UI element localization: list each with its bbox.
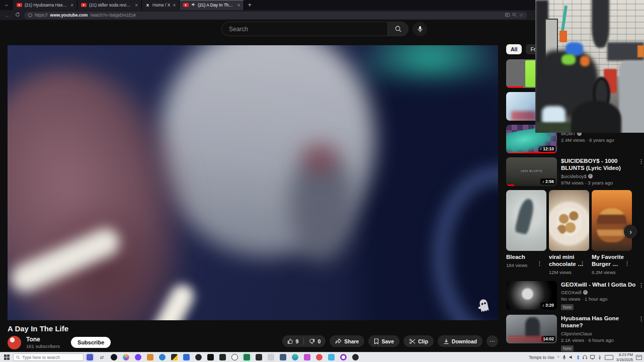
- clapperboard-icon[interactable]: [87, 354, 93, 360]
- clip-button[interactable]: Clip: [404, 335, 434, 347]
- dark-sphere-app-icon[interactable]: [352, 354, 359, 360]
- short-menu-icon[interactable]: ⋮: [580, 260, 585, 267]
- back-icon[interactable]: ←: [4, 13, 11, 18]
- tab-stiller-soda[interactable]: (21) stiller soda review - YouTube ×: [77, 0, 142, 10]
- more-actions-button[interactable]: ⋯: [487, 335, 498, 347]
- search-input[interactable]: [221, 22, 387, 36]
- tab-close-icon[interactable]: ×: [237, 3, 240, 8]
- short-menu-icon[interactable]: ⋮: [537, 260, 542, 267]
- video-thumbnail[interactable]: 14:02: [506, 315, 557, 343]
- paint-swirl-icon[interactable]: [123, 354, 129, 360]
- address-bar[interactable]: https:// www.youtube.com /watch?v=8algsD…: [24, 12, 527, 19]
- reload-icon[interactable]: [14, 12, 21, 18]
- short-views: 6.2M views: [592, 269, 632, 275]
- reader-mode-icon[interactable]: [505, 13, 510, 18]
- eps-app-icon[interactable]: [256, 354, 262, 360]
- short-menu-icon[interactable]: ⋮: [624, 260, 630, 267]
- download-button[interactable]: Download: [438, 335, 482, 347]
- share-button[interactable]: Share: [330, 335, 364, 347]
- f-app-icon[interactable]: [280, 354, 286, 360]
- youtube-favicon: [183, 3, 189, 7]
- calculator-icon[interactable]: [268, 354, 274, 360]
- taskbar-search[interactable]: [13, 353, 84, 361]
- photos-app-icon[interactable]: [171, 354, 178, 360]
- site-info-icon[interactable]: [28, 13, 32, 17]
- touch-keyboard-icon[interactable]: [605, 355, 613, 360]
- video-thumbnail[interactable]: 1000 BLUNTS ♪ 2:56: [506, 157, 557, 186]
- tab-audio-icon[interactable]: [191, 3, 195, 8]
- taskbar-search-input[interactable]: [22, 355, 77, 360]
- video-title[interactable]: GEOXwill - What I Gotta Do: [561, 281, 637, 288]
- tab-close-icon[interactable]: ×: [173, 3, 176, 8]
- search-icon: [16, 355, 20, 359]
- search-bar: [221, 22, 409, 36]
- tweaks-arrows-icon[interactable]: ⇄: [99, 354, 105, 360]
- folder-app-icon[interactable]: [147, 354, 153, 360]
- browser-swirl-icon[interactable]: [292, 354, 298, 360]
- gog-icon[interactable]: [231, 354, 238, 360]
- video-row-suicideboys[interactable]: 1000 BLUNTS ♪ 2:56 $UICIDEBOY$ - 1000 BL…: [506, 157, 644, 186]
- like-button[interactable]: 9: [282, 338, 304, 344]
- short-thumbnail[interactable]: [549, 190, 589, 251]
- tab-a-day-in-the-life[interactable]: (21) A Day In The Life - YouT... ×: [180, 0, 244, 10]
- network-icon[interactable]: [590, 355, 595, 359]
- channel-name[interactable]: ClipsVonClaus: [561, 331, 592, 336]
- tab-x-home[interactable]: X Home / X ×: [142, 0, 180, 10]
- dislike-button[interactable]: 0: [304, 338, 326, 344]
- action-center-icon[interactable]: [636, 355, 642, 360]
- video-player[interactable]: [8, 45, 498, 320]
- video-menu-icon[interactable]: ⋮: [638, 158, 644, 165]
- video-row-geoxwill[interactable]: ♪ 3:20 GEOXwill - What I Gotta Do GEOXwi…: [506, 281, 644, 311]
- video-title[interactable]: Hyubsama Has Gone Insane?: [561, 315, 637, 329]
- download-icon: [443, 338, 449, 344]
- taskbar-clock[interactable]: 8:23 PM 3/15/2025: [616, 352, 633, 362]
- magenta-app-icon[interactable]: [304, 354, 310, 360]
- shorts-next-button[interactable]: ›: [624, 225, 637, 238]
- search-button[interactable]: [387, 22, 409, 36]
- usb-icon[interactable]: [598, 355, 602, 359]
- bookmark-star-icon[interactable]: ☆: [519, 13, 523, 18]
- purple-ring-app-icon[interactable]: [340, 354, 347, 360]
- bluetooth-icon[interactable]: [577, 355, 580, 360]
- microphone-icon: [417, 26, 423, 33]
- video-menu-icon[interactable]: ⋮: [638, 282, 644, 289]
- video-thumbnail[interactable]: ♪ 3:20: [506, 281, 557, 310]
- channel-name[interactable]: GEOXwill: [561, 290, 582, 295]
- red-circle-app-icon[interactable]: [316, 354, 323, 360]
- video-title[interactable]: $UICIDEBOY$ - 1000 BLUNTS (Lyric Video): [561, 157, 637, 172]
- tab-close-icon[interactable]: ×: [70, 3, 73, 8]
- zoom-icon[interactable]: [512, 13, 517, 18]
- capture-app-icon[interactable]: [244, 354, 250, 360]
- tray-chevron-icon[interactable]: ^: [557, 355, 559, 359]
- video-row-hyubsama[interactable]: 14:02 Hyubsama Has Gone Insane? ClipsVon…: [506, 315, 644, 352]
- tab-hyubsama[interactable]: (21) Hyubsama Has Gone Insane? ×: [13, 0, 77, 10]
- tab-close-icon[interactable]: ×: [135, 3, 138, 8]
- search-icon: [395, 26, 401, 32]
- start-button[interactable]: [0, 352, 13, 362]
- nvidia-like-icon[interactable]: [219, 354, 226, 360]
- short-title[interactable]: Bleach: [506, 254, 546, 261]
- short-thumbnail[interactable]: [592, 190, 632, 251]
- voice-search-button[interactable]: [413, 22, 427, 36]
- new-tab-button[interactable]: +: [244, 0, 255, 10]
- tab-list-chevron-icon[interactable]: [0, 0, 13, 10]
- weather-widget[interactable]: Temps to rise: [529, 355, 554, 360]
- save-button[interactable]: Save: [368, 335, 399, 347]
- volume-icon[interactable]: [569, 355, 574, 359]
- short-thumbnail[interactable]: [506, 190, 546, 251]
- alien-head-icon[interactable]: [195, 354, 202, 360]
- purple-circle-app-icon[interactable]: [135, 354, 141, 360]
- chip-all[interactable]: All: [506, 44, 522, 54]
- headset-icon[interactable]: [583, 355, 587, 359]
- verified-badge-icon: ✓: [583, 290, 588, 295]
- new-badge: New: [561, 345, 574, 351]
- x-favicon: X: [145, 3, 150, 8]
- blue-round-app-icon[interactable]: [159, 354, 166, 360]
- microphone-tray-icon[interactable]: [562, 355, 566, 360]
- cyan-app-icon[interactable]: [328, 354, 335, 360]
- alienware-icon[interactable]: [111, 354, 117, 360]
- blue-package-icon[interactable]: [183, 354, 190, 360]
- channel-name[interactable]: $uicideboy$: [561, 173, 587, 179]
- video-menu-icon[interactable]: ⋮: [638, 316, 644, 322]
- triangle-app-icon[interactable]: [207, 354, 214, 360]
